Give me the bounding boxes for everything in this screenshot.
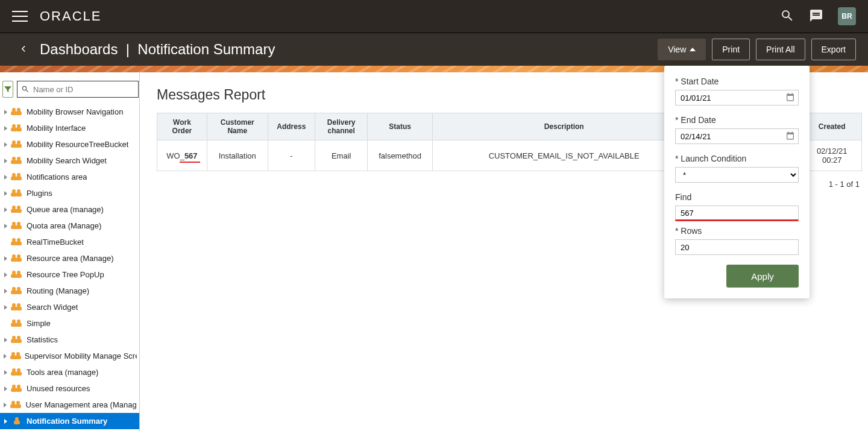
group-icon (12, 368, 23, 377)
sidebar-item[interactable]: Tools area (manage) (0, 364, 139, 380)
calendar-icon[interactable] (785, 92, 795, 104)
filter-icon[interactable] (2, 81, 13, 98)
sidebar-item[interactable]: User Management area (Manage) (0, 397, 139, 413)
print-all-button[interactable]: Print All (756, 39, 805, 60)
sidebar-item[interactable]: Mobility Interface (0, 120, 139, 136)
chevron-right-icon (2, 289, 8, 294)
start-date-label: * Start Date (675, 77, 799, 86)
sidebar-item[interactable]: Plugins (0, 185, 139, 201)
chevron-right-icon (2, 354, 8, 359)
group-icon (11, 352, 21, 360)
sidebar-item-label: Notifications area (27, 172, 87, 181)
view-panel: * Start Date * End Date * Launch Conditi… (664, 66, 810, 298)
chevron-right-icon (2, 272, 8, 277)
group-icon (12, 206, 23, 214)
group-icon (12, 417, 23, 426)
back-icon[interactable] (18, 43, 30, 55)
export-button[interactable]: Export (811, 39, 856, 60)
sidebar-item[interactable]: Resource area (Manage) (0, 250, 139, 266)
sidebar-item-label: Mobility ResourceTreeBucket (27, 140, 128, 149)
breadcrumb-dashboards[interactable]: Dashboards (40, 41, 118, 57)
sidebar-item-label: Unused resources (27, 384, 90, 393)
chat-icon[interactable] (809, 8, 823, 25)
sidebar-item-label: Supervisor Mobility Manage Screens (25, 351, 137, 360)
group-icon (11, 401, 22, 409)
sidebar-item-label: Resource Tree PopUp (27, 270, 104, 279)
table-cell: CUSTOMER_EMAIL_IS_NOT_AVAILABLE (432, 140, 696, 171)
sidebar-item[interactable]: Queue area (manage) (0, 201, 139, 218)
breadcrumb-page: Notification Summary (137, 41, 275, 57)
chevron-right-icon (2, 191, 8, 196)
sidebar-item-label: Mobility Browser Navigation (27, 107, 123, 116)
sidebar-item[interactable]: Supervisor Mobility Manage Screens (0, 348, 139, 364)
search-icon (21, 85, 30, 93)
table-cell: Email (315, 140, 368, 171)
sidebar-item[interactable]: Mobility Browser Navigation (0, 104, 139, 120)
table-header[interactable]: WorkOrder (157, 113, 207, 140)
print-button[interactable]: Print (712, 39, 750, 60)
table-cell: - (268, 140, 315, 171)
sidebar-item-label: Notification Summary (27, 417, 107, 426)
table-cell: WO_567 (157, 140, 207, 171)
group-icon (12, 271, 23, 279)
sidebar-item[interactable]: RealTimeBucket (0, 234, 139, 250)
table-header[interactable]: Description (432, 113, 696, 140)
table-header[interactable]: Address (268, 113, 315, 140)
page-title: Dashboards | Notification Summary (40, 41, 275, 58)
group-icon (12, 319, 23, 328)
sidebar-item-label: RealTimeBucket (27, 238, 84, 247)
apply-button[interactable]: Apply (726, 265, 799, 288)
sidebar-item[interactable]: Quota area (Manage) (0, 218, 139, 234)
sidebar-item-label: Queue area (manage) (27, 205, 104, 214)
sidebar-search[interactable] (17, 81, 139, 98)
start-date-input[interactable] (675, 90, 799, 105)
search-icon[interactable] (780, 8, 794, 25)
table-header[interactable]: Deliverychannel (315, 113, 368, 140)
chevron-right-icon (2, 419, 8, 424)
sidebar-item[interactable]: Simple (0, 315, 139, 332)
avatar[interactable]: BR (838, 7, 856, 25)
sidebar-item[interactable]: Mobility ResourceTreeBucket (0, 136, 139, 153)
sidebar-item-label: Search Widget (27, 303, 78, 312)
table-header[interactable]: Status (368, 113, 432, 140)
sidebar-item[interactable]: Routing (Manage) (0, 283, 139, 299)
logo: ORACLE (40, 8, 101, 24)
sidebar-item-label: Tools area (manage) (27, 368, 98, 377)
sidebar-item-label: Simple (27, 319, 51, 328)
chevron-right-icon (2, 256, 8, 261)
rows-label: * Rows (675, 226, 799, 236)
end-date-input[interactable] (675, 128, 799, 144)
sidebar-item[interactable]: Notifications area (0, 169, 139, 185)
table-cell: Installation (207, 140, 268, 171)
calendar-icon[interactable] (785, 131, 795, 142)
chevron-right-icon (2, 126, 8, 131)
sidebar-item[interactable]: Search Widget (0, 299, 139, 315)
table-cell: falsemethod (368, 140, 432, 171)
sidebar-item[interactable]: Notification Summary (0, 413, 139, 429)
rows-input[interactable] (675, 239, 799, 255)
table-cell: 02/12/2100:27 (802, 140, 862, 171)
breadcrumb-bar: Dashboards | Notification Summary View P… (0, 33, 868, 66)
group-icon (12, 173, 23, 181)
chevron-right-icon (2, 142, 8, 147)
sidebar-item-label: Statistics (27, 335, 58, 344)
sidebar-item[interactable]: Mobility Search Widget (0, 153, 139, 169)
sidebar-item[interactable]: Resource Tree PopUp (0, 266, 139, 283)
find-input[interactable] (675, 206, 799, 221)
table-header[interactable]: Created (802, 113, 862, 140)
menu-icon[interactable] (12, 11, 28, 22)
group-icon (12, 124, 23, 133)
chevron-right-icon (2, 370, 8, 375)
view-button[interactable]: View (658, 39, 706, 60)
chevron-right-icon (2, 403, 8, 407)
table-header[interactable]: CustomerName (207, 113, 268, 140)
sidebar-item[interactable]: Statistics (0, 332, 139, 348)
sidebar-item-label: Plugins (27, 189, 52, 198)
sidebar-item[interactable]: Unused resources (0, 380, 139, 397)
chevron-right-icon (2, 110, 8, 115)
launch-condition-select[interactable]: * (675, 167, 799, 183)
end-date-label: * End Date (675, 115, 799, 125)
sidebar-search-input[interactable] (30, 85, 134, 94)
group-icon (12, 222, 23, 230)
sidebar-item-label: Quota area (Manage) (27, 221, 101, 230)
